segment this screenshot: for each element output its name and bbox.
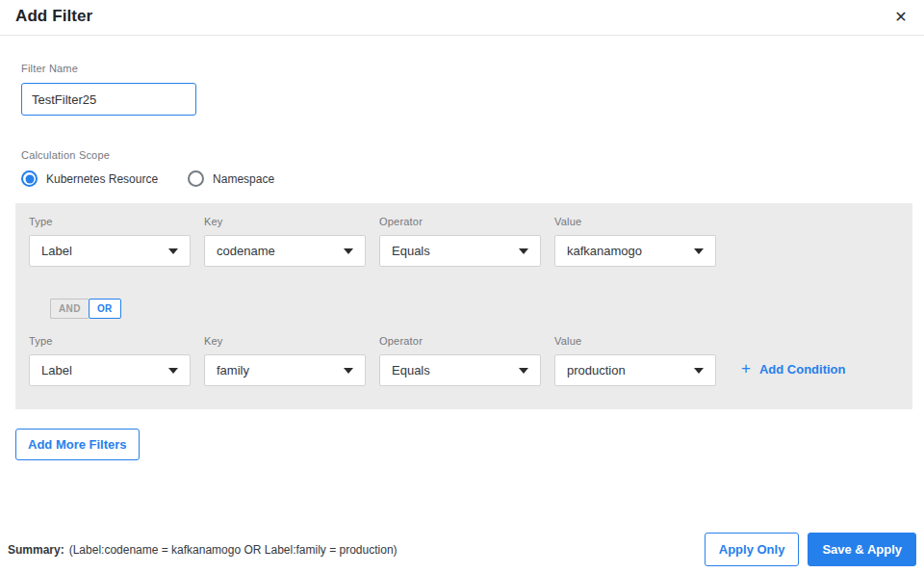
filter-name-block: Filter Name [21, 63, 924, 116]
dialog-footer: Summary:(Label:codename = kafkanamogo OR… [8, 533, 916, 566]
plus-icon: + [741, 359, 751, 378]
chevron-down-icon [168, 368, 178, 374]
operator-dropdown[interactable]: Equals [379, 354, 541, 386]
condition-row-1: Type Label Key codename Operator Equals … [29, 216, 899, 267]
calculation-scope-options: Kubernetes Resource Namespace [21, 170, 924, 187]
add-condition-label: Add Condition [759, 362, 846, 377]
operator-dropdown-value: Equals [392, 363, 430, 378]
key-dropdown-value: codename [217, 244, 275, 258]
add-more-filters-button[interactable]: Add More Filters [15, 429, 140, 460]
type-field: Type Label [29, 216, 191, 267]
key-field: Key family [204, 335, 366, 386]
value-label: Value [554, 216, 716, 227]
value-dropdown[interactable]: kafkanamogo [554, 235, 716, 267]
conditions-panel: Type Label Key codename Operator Equals … [15, 203, 912, 409]
type-field: Type Label [29, 335, 191, 386]
operator-field: Operator Equals [379, 216, 541, 267]
value-dropdown-value: kafkanamogo [567, 244, 642, 258]
value-dropdown-value: production [567, 363, 626, 378]
value-field: Value kafkanamogo [554, 216, 716, 267]
chevron-down-icon [168, 248, 178, 254]
key-dropdown[interactable]: codename [204, 235, 366, 267]
value-label: Value [554, 335, 716, 347]
condition-row-2: Type Label Key family Operator Equals Va… [29, 335, 899, 386]
chevron-down-icon [344, 368, 353, 374]
operator-field: Operator Equals [379, 335, 541, 386]
calculation-scope-block: Calculation Scope Kubernetes Resource Na… [21, 149, 924, 187]
chevron-down-icon [694, 248, 704, 254]
chevron-down-icon [519, 368, 528, 374]
and-toggle-button[interactable]: AND [50, 299, 89, 319]
type-label: Type [29, 335, 191, 347]
dialog-header: Add Filter ✕ [0, 0, 924, 36]
logic-toggle: AND OR [50, 299, 899, 319]
page-title: Add Filter [15, 7, 92, 26]
value-dropdown[interactable]: production [554, 354, 716, 386]
summary-label: Summary: [8, 543, 64, 557]
or-toggle-button[interactable]: OR [89, 299, 121, 319]
filter-name-input[interactable] [21, 83, 196, 116]
save-and-apply-button[interactable]: Save & Apply [808, 533, 916, 566]
chevron-down-icon [519, 248, 528, 254]
radio-unselected-icon[interactable] [188, 170, 204, 187]
operator-dropdown[interactable]: Equals [379, 235, 541, 267]
apply-only-button[interactable]: Apply Only [705, 533, 800, 566]
operator-label: Operator [379, 335, 541, 347]
footer-buttons: Apply Only Save & Apply [705, 533, 916, 566]
key-label: Key [204, 335, 366, 347]
radio-selected-icon[interactable] [21, 170, 38, 187]
key-label: Key [204, 216, 366, 227]
type-label: Type [29, 216, 191, 227]
radio-label: Namespace [213, 172, 274, 186]
radio-label: Kubernetes Resource [46, 172, 158, 186]
summary-text: (Label:codename = kafkanamogo OR Label:f… [69, 543, 398, 557]
operator-dropdown-value: Equals [392, 244, 430, 258]
radio-kubernetes-resource[interactable]: Kubernetes Resource [21, 170, 158, 187]
key-dropdown-value: family [217, 363, 249, 378]
operator-label: Operator [379, 216, 541, 227]
add-condition-button[interactable]: + Add Condition [741, 359, 845, 378]
type-dropdown[interactable]: Label [29, 354, 191, 386]
chevron-down-icon [344, 248, 353, 254]
radio-namespace[interactable]: Namespace [188, 170, 274, 187]
calculation-scope-label: Calculation Scope [21, 149, 924, 161]
key-field: Key codename [204, 216, 366, 267]
summary: Summary:(Label:codename = kafkanamogo OR… [8, 543, 398, 557]
chevron-down-icon [694, 368, 704, 374]
filter-name-label: Filter Name [21, 63, 924, 74]
close-icon[interactable]: ✕ [890, 7, 911, 28]
type-dropdown-value: Label [41, 363, 72, 378]
type-dropdown[interactable]: Label [29, 235, 191, 267]
type-dropdown-value: Label [41, 244, 72, 258]
key-dropdown[interactable]: family [204, 354, 366, 386]
value-field: Value production [554, 335, 716, 386]
